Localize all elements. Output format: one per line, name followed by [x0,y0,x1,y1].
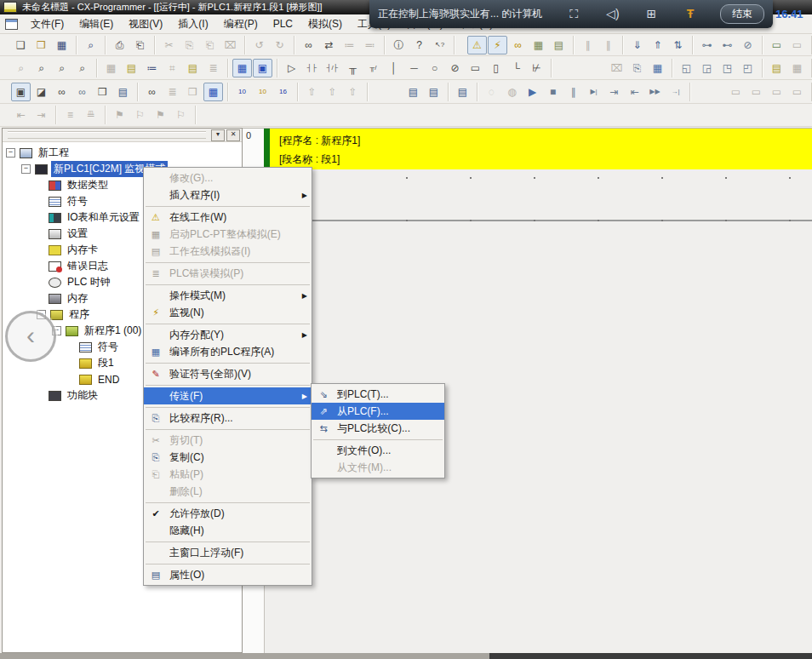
monitoring-icon[interactable]: ⚡ [488,36,507,54]
compile-icon[interactable]: ▦ [648,59,667,77]
zoom-in-icon[interactable]: ⌕ [31,59,51,77]
pause-monitoring-icon[interactable]: ∞ [508,36,528,54]
sim-stop-icon[interactable]: ■ [543,83,563,101]
new-file-icon[interactable]: ❑ [11,36,31,54]
zoom-100-icon[interactable]: ⌕ [72,59,92,77]
menu-program[interactable]: 编程(P) [216,14,266,34]
back-arrow-overlay[interactable]: ‹ [5,311,56,362]
cascade-windows-icon[interactable]: ▣ [11,83,31,101]
symbol-table-icon[interactable]: ≔ [142,59,162,77]
find-in-project-icon[interactable]: ⌕ [81,36,100,54]
run-to-break-icon[interactable]: →| [666,83,685,101]
submenu-item-to-plc[interactable]: ⇘到PLC(T)... [312,386,444,403]
context-menu-item-float-on-main-window[interactable]: 主窗口上浮动(F) [144,544,312,561]
transfer-to-plc-icon[interactable]: ▤ [403,83,423,101]
new-closed-or-contact-icon[interactable]: ╥/ [363,59,383,77]
compare-with-plc-icon[interactable]: ⇅ [668,36,688,54]
context-menu-item-memory-allocation[interactable]: 内存分配(Y)▶ [144,326,312,343]
mnemonic-view-icon[interactable]: ⎘ [627,59,647,77]
menu-simulation[interactable]: 模拟(S) [300,14,350,34]
insert-rung-above-icon[interactable]: ◱ [677,59,696,77]
zoom-out-icon[interactable]: ⌕ [52,59,71,77]
replace-icon[interactable]: ⇄ [319,36,339,54]
menu-view[interactable]: 视图(V) [121,14,170,34]
sim-pause-icon[interactable]: ∥ [563,83,583,101]
online-edit-transfer-icon[interactable]: ▤ [453,83,472,101]
menu-file[interactable]: 文件(F) [23,14,71,34]
step-run-icon[interactable]: ▶| [584,83,603,101]
print-icon[interactable]: ⎙ [110,36,129,54]
expand-collapse-toggle[interactable]: − [6,148,15,158]
step-in-icon[interactable]: ⇥ [604,83,624,101]
context-menu-item-compare-program[interactable]: ⎘比较程序(R)... [144,410,312,427]
monitor-decimal-icon[interactable]: 10 [232,83,252,101]
select-mode-icon[interactable]: ▷ [282,59,301,77]
upload-from-plc-icon[interactable]: ⇑ [648,36,667,54]
submenu-item-compare-with-plc[interactable]: ⇆与PLC比较(C)... [312,420,444,437]
tree-item-new-project[interactable]: −新工程 [3,145,242,161]
pt-integrated-simulation-icon[interactable]: ▦ [529,36,548,54]
context-menu-item-insert-program[interactable]: 插入程序(I)▶ [144,186,312,203]
transfer-from-plc-icon[interactable]: ▤ [424,83,443,101]
rung-comment-banner[interactable]: [程序名 : 新程序1] [段名称 : 段1] [264,129,812,169]
panel-grip[interactable] [8,131,206,139]
watch-window-2-icon[interactable]: ∞ [72,83,92,101]
end-remote-control-button[interactable]: 结束 [720,4,764,24]
submenu-item-from-plc[interactable]: ⇗从PLC(F)... [312,403,444,420]
insert-row-icon[interactable]: ◰ [738,59,758,77]
new-instruction-icon[interactable]: ▯ [486,59,506,77]
delete-rung-icon[interactable]: ◳ [718,59,737,77]
float-window-icon[interactable]: ❒ [93,83,112,101]
differential-monitor-icon[interactable]: ▭ [767,36,786,54]
fullscreen-icon[interactable]: ⛶ [559,7,588,21]
watch-window-1-icon[interactable]: ∞ [52,83,71,101]
smart-input-icon[interactable]: ▦ [232,59,252,77]
find-icon[interactable]: ∞ [299,36,318,54]
rung-comment-icon[interactable]: ▤ [183,59,203,77]
continuous-step-run-icon[interactable]: ▶▶ [645,83,665,101]
monitor-hex-icon[interactable]: 16 [273,83,293,101]
line-connect-icon[interactable]: └ [506,59,526,77]
address-reference-icon[interactable]: ▦ [203,83,223,101]
context-menu-item-properties[interactable]: ▤属性(O) [144,566,312,583]
screen-select-icon[interactable]: ⊞ [637,7,666,21]
context-menu-item-operating-mode[interactable]: 操作模式(M)▶ [144,287,312,304]
line-delete-icon[interactable]: ⊬ [527,59,546,77]
menu-edit[interactable]: 编辑(E) [71,14,121,34]
controller-icon[interactable]: Ŧ [676,7,705,21]
force-on-icon[interactable]: ⊶ [697,36,717,54]
context-menu-item-monitor[interactable]: ⚡监视(N) [144,304,312,321]
context-menu-item-work-online[interactable]: ⚠在线工作(W) [144,209,312,226]
binocular-monitor-icon[interactable]: ∞ [142,83,162,101]
context-help-icon[interactable]: ↖? [430,36,449,54]
speaker-icon[interactable]: ◁) [598,7,627,21]
context-menu-item-transfer[interactable]: 传送(F)▶ [144,387,312,404]
vertical-line-icon[interactable]: │ [384,59,403,77]
monitor-signed-decimal-icon[interactable]: 10 [253,83,272,101]
new-closed-coil-icon[interactable]: ⊘ [445,59,465,77]
new-coil-icon[interactable]: ○ [425,59,444,77]
new-contact-icon[interactable]: ┤├ [302,59,322,77]
insert-rung-below-icon[interactable]: ◲ [697,59,717,77]
work-online-icon[interactable]: ⚠ [467,36,487,54]
expand-collapse-toggle[interactable]: − [21,164,31,174]
about-icon[interactable]: ⓘ [389,36,409,54]
print-preview-icon[interactable]: ⎗ [130,36,150,54]
help-icon[interactable]: ? [409,36,429,54]
panel-close-button[interactable]: ✕ [226,129,240,141]
new-or-contact-icon[interactable]: ╥ [343,59,363,77]
window-properties-icon[interactable]: ▤ [113,83,133,101]
stacked-rung-view-icon[interactable]: ▤ [767,59,786,77]
tile-windows-icon[interactable]: ◪ [31,83,51,101]
menu-insert[interactable]: 插入(I) [170,14,215,34]
open-project-icon[interactable]: ❒ [31,36,51,54]
sim-run-icon[interactable]: ▶ [523,83,542,101]
context-menu-item-verify-symbols-all[interactable]: ✎验证符号(全部)(V) [144,365,312,382]
submenu-item-to-file[interactable]: 到文件(O)... [312,442,444,459]
online-simulator-icon[interactable]: ▤ [549,36,569,54]
horizontal-line-icon[interactable]: ─ [404,59,424,77]
force-off-icon[interactable]: ⊷ [718,36,737,54]
step-out-icon[interactable]: ⇤ [625,83,644,101]
context-menu-item-hide[interactable]: 隐藏(H) [144,522,312,539]
menu-plc[interactable]: PLC [266,15,300,32]
